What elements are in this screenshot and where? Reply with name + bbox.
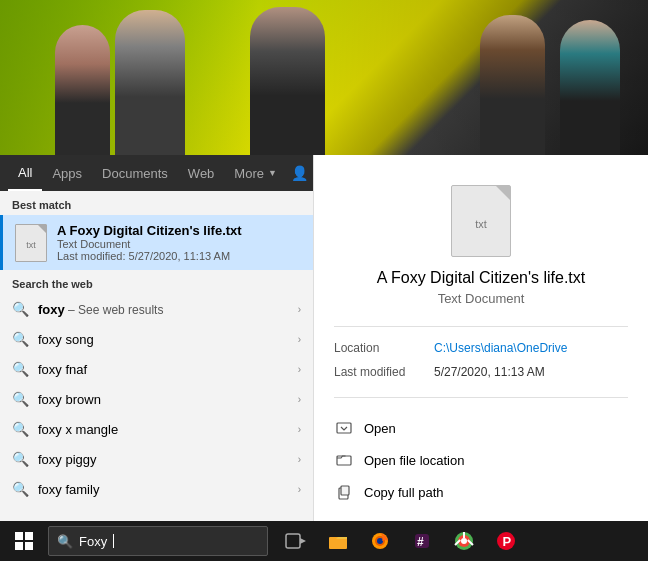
- open-icon: [334, 418, 354, 438]
- tab-documents[interactable]: Documents: [92, 155, 178, 191]
- web-search-label: Search the web: [0, 270, 313, 294]
- figure-2: [115, 10, 185, 155]
- taskbar-right: [633, 534, 648, 549]
- search-item-foxy-piggy[interactable]: 🔍 foxy piggy ›: [0, 444, 313, 474]
- action-copy-path-label: Copy full path: [364, 485, 444, 500]
- figure-5: [560, 20, 620, 155]
- location-label: Location: [334, 341, 434, 355]
- tab-all[interactable]: All: [8, 155, 42, 191]
- chevron-icon-4: ›: [298, 424, 301, 435]
- search-item-foxy-fnaf[interactable]: 🔍 foxy fnaf ›: [0, 354, 313, 384]
- copy-path-icon: [334, 482, 354, 502]
- search-text-3: foxy brown: [38, 392, 288, 407]
- svg-rect-3: [341, 486, 349, 495]
- action-open[interactable]: Open: [334, 412, 628, 444]
- best-match-label: Best match: [0, 191, 313, 215]
- person-icon[interactable]: 👤: [287, 165, 312, 181]
- search-item-foxy[interactable]: 🔍 foxy – See web results ›: [0, 294, 313, 324]
- svg-point-14: [461, 538, 467, 544]
- search-item-foxy-brown[interactable]: 🔍 foxy brown ›: [0, 384, 313, 414]
- tab-apps[interactable]: Apps: [42, 155, 92, 191]
- search-tabs: All Apps Documents Web More ▼ 👤 •••: [0, 155, 313, 191]
- best-match-date: Last modified: 5/27/2020, 11:13 AM: [57, 250, 301, 262]
- search-icon-3: 🔍: [12, 391, 28, 407]
- svg-text:#: #: [417, 535, 424, 549]
- search-icon-2: 🔍: [12, 361, 28, 377]
- taskbar-file-manager-button[interactable]: [318, 521, 358, 561]
- chevron-icon-3: ›: [298, 394, 301, 405]
- right-panel-divider-1: [334, 326, 628, 327]
- best-match-text: A Foxy Digital Citizen's life.txt Text D…: [57, 223, 301, 262]
- search-text-6: foxy family: [38, 482, 288, 497]
- start-button[interactable]: [0, 521, 48, 561]
- figure-3: [250, 7, 325, 155]
- action-file-location[interactable]: Open file location: [334, 444, 628, 476]
- location-row: Location C:\Users\diana\OneDrive: [334, 341, 628, 355]
- taskbar-search-bar[interactable]: 🔍 Foxy: [48, 526, 268, 556]
- action-open-label: Open: [364, 421, 396, 436]
- search-item-foxy-x-mangle[interactable]: 🔍 foxy x mangle ›: [0, 414, 313, 444]
- svg-rect-4: [286, 534, 300, 548]
- right-panel-filetype: Text Document: [438, 291, 525, 306]
- right-panel: txt A Foxy Digital Citizen's life.txt Te…: [313, 155, 648, 530]
- modified-value: 5/27/2020, 11:13 AM: [434, 365, 545, 379]
- best-match-filetype: Text Document: [57, 238, 301, 250]
- best-match-item[interactable]: txt A Foxy Digital Citizen's life.txt Te…: [0, 215, 313, 270]
- right-panel-file-icon: txt: [451, 185, 511, 257]
- windows-logo: [15, 532, 33, 550]
- svg-point-9: [377, 538, 383, 544]
- modified-row: Last modified 5/27/2020, 11:13 AM: [334, 365, 628, 379]
- svg-text:P: P: [503, 534, 512, 549]
- best-match-filename: A Foxy Digital Citizen's life.txt: [57, 223, 301, 238]
- taskbar-firefox-button[interactable]: [360, 521, 400, 561]
- search-panel: All Apps Documents Web More ▼ 👤 ••• Best…: [0, 155, 313, 530]
- search-icon-0: 🔍: [12, 301, 28, 317]
- hero-image: [0, 0, 648, 155]
- chevron-icon-2: ›: [298, 364, 301, 375]
- taskbar-items: # P: [276, 521, 526, 561]
- search-icon-1: 🔍: [12, 331, 28, 347]
- tab-more[interactable]: More ▼: [224, 155, 287, 191]
- modified-label: Last modified: [334, 365, 434, 379]
- taskbar-time: [633, 534, 644, 549]
- taskbar-slack-button[interactable]: #: [402, 521, 442, 561]
- location-value[interactable]: C:\Users\diana\OneDrive: [434, 341, 567, 355]
- search-item-foxy-song[interactable]: 🔍 foxy song ›: [0, 324, 313, 354]
- search-cursor: [113, 534, 114, 548]
- figure-4: [480, 15, 545, 155]
- file-location-icon: [334, 450, 354, 470]
- search-icon-6: 🔍: [12, 481, 28, 497]
- figure-1: [55, 25, 110, 155]
- svg-marker-5: [300, 538, 306, 544]
- best-match-file-icon: txt: [15, 224, 47, 262]
- search-text-1: foxy song: [38, 332, 288, 347]
- chevron-icon-1: ›: [298, 334, 301, 345]
- search-item-foxy-family[interactable]: 🔍 foxy family ›: [0, 474, 313, 504]
- chevron-icon-0: ›: [298, 304, 301, 315]
- more-chevron-icon: ▼: [268, 168, 277, 178]
- search-text-0: foxy – See web results: [38, 302, 288, 317]
- chevron-icon-5: ›: [298, 454, 301, 465]
- svg-rect-0: [337, 423, 351, 433]
- svg-rect-1: [337, 456, 351, 465]
- action-file-location-label: Open file location: [364, 453, 464, 468]
- search-text-4: foxy x mangle: [38, 422, 288, 437]
- taskbar-search-icon: 🔍: [57, 534, 73, 549]
- taskbar-video-button[interactable]: [276, 521, 316, 561]
- tab-web[interactable]: Web: [178, 155, 225, 191]
- search-icon-5: 🔍: [12, 451, 28, 467]
- chevron-icon-6: ›: [298, 484, 301, 495]
- taskbar-chrome-button[interactable]: [444, 521, 484, 561]
- search-icon-4: 🔍: [12, 421, 28, 437]
- search-text-2: foxy fnaf: [38, 362, 288, 377]
- taskbar: 🔍 Foxy #: [0, 521, 648, 561]
- taskbar-pinterest-button[interactable]: P: [486, 521, 526, 561]
- taskbar-search-text: Foxy: [79, 534, 107, 549]
- right-panel-filename: A Foxy Digital Citizen's life.txt: [377, 269, 585, 287]
- action-copy-path[interactable]: Copy full path: [334, 476, 628, 508]
- right-panel-divider-2: [334, 397, 628, 398]
- search-text-5: foxy piggy: [38, 452, 288, 467]
